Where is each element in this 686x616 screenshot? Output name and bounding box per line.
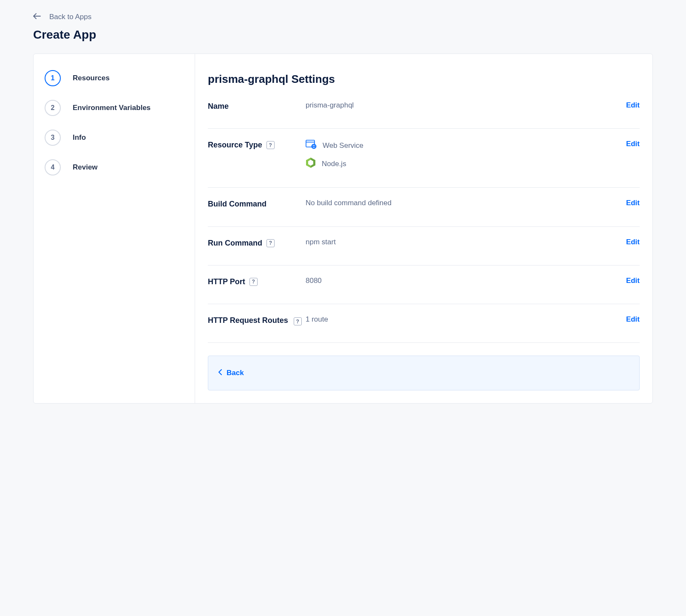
page-title: Create App (33, 28, 653, 42)
row-http-port: HTTP Port ? 8080 Edit (208, 266, 640, 304)
edit-build-command-button[interactable]: Edit (618, 199, 640, 207)
row-value: 1 route (306, 315, 618, 324)
chevron-left-icon (218, 369, 222, 377)
service-line: Web Service (306, 140, 618, 151)
service-name: Web Service (323, 141, 363, 150)
row-value: prisma-graphql (306, 101, 618, 110)
create-app-card: 1 Resources 2 Environment Variables 3 In… (33, 54, 653, 404)
row-run-command: Run Command ? npm start Edit (208, 227, 640, 266)
back-to-apps-label: Back to Apps (49, 13, 91, 21)
row-label: Run Command ? (208, 238, 306, 248)
steps-sidebar: 1 Resources 2 Environment Variables 3 In… (34, 54, 195, 403)
help-icon[interactable]: ? (266, 141, 275, 149)
row-label: HTTP Request Routes ? (208, 315, 306, 325)
row-http-routes: HTTP Request Routes ? 1 route Edit (208, 304, 640, 343)
row-build-command: Build Command No build command defined E… (208, 188, 640, 226)
arrow-left-icon (33, 13, 41, 21)
step-number: 2 (45, 100, 61, 116)
step-env-vars[interactable]: 2 Environment Variables (45, 93, 184, 123)
edit-name-button[interactable]: Edit (618, 101, 640, 110)
row-label: Resource Type ? (208, 140, 306, 150)
section-title: prisma-graphql Settings (208, 73, 640, 86)
footer-back-label: Back (227, 369, 244, 377)
row-value: No build command defined (306, 199, 618, 207)
step-label: Resources (73, 74, 110, 82)
step-info[interactable]: 3 Info (45, 123, 184, 153)
edit-run-command-button[interactable]: Edit (618, 238, 640, 246)
row-resource-type: Resource Type ? Web S (208, 129, 640, 188)
web-service-icon (306, 140, 317, 151)
step-label: Review (73, 163, 98, 172)
back-to-apps-link[interactable]: Back to Apps (33, 13, 653, 21)
row-value: npm start (306, 238, 618, 246)
step-label: Info (73, 133, 86, 142)
step-number: 4 (45, 159, 61, 175)
step-number: 3 (45, 130, 61, 146)
runtime-name: Node.js (322, 160, 346, 168)
row-value: Web Service Node.js (306, 140, 618, 170)
help-icon[interactable]: ? (294, 317, 302, 325)
step-number: 1 (45, 70, 61, 86)
edit-http-port-button[interactable]: Edit (618, 277, 640, 285)
footer-back-button[interactable]: Back (218, 369, 244, 377)
step-resources[interactable]: 1 Resources (45, 63, 184, 93)
row-label: Build Command (208, 199, 306, 209)
row-name: Name prisma-graphql Edit (208, 101, 640, 129)
nodejs-icon (306, 157, 316, 170)
row-label: HTTP Port ? (208, 277, 306, 287)
step-review[interactable]: 4 Review (45, 153, 184, 182)
edit-resource-type-button[interactable]: Edit (618, 140, 640, 148)
row-value: 8080 (306, 277, 618, 285)
footer-bar: Back (208, 356, 640, 390)
runtime-line: Node.js (306, 157, 618, 170)
edit-http-routes-button[interactable]: Edit (618, 315, 640, 324)
help-icon[interactable]: ? (266, 239, 275, 247)
help-icon[interactable]: ? (249, 278, 258, 286)
step-label: Environment Variables (73, 104, 150, 112)
settings-main: prisma-graphql Settings Name prisma-grap… (195, 54, 652, 403)
row-label: Name (208, 101, 306, 111)
